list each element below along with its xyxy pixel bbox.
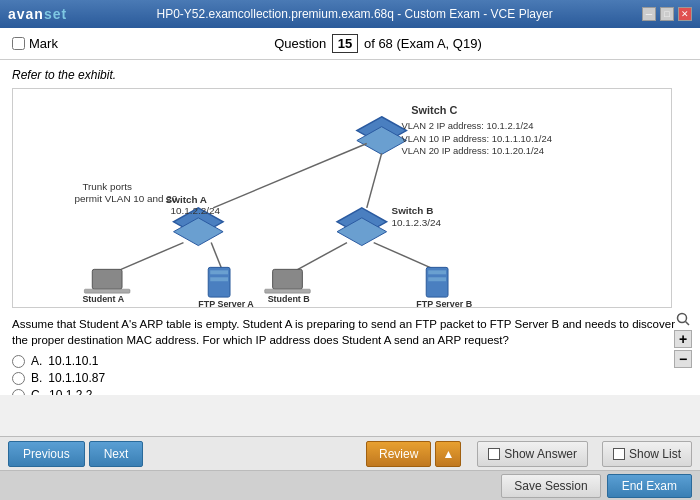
answer-option-a[interactable]: A. 10.1.10.1 [12, 354, 688, 368]
next-button[interactable]: Next [89, 441, 144, 467]
exam-info: (Exam A, Q19) [396, 36, 481, 51]
svg-text:VLAN 2 IP address: 10.1.2.1/24: VLAN 2 IP address: 10.1.2.1/24 [401, 120, 533, 131]
window-title: HP0-Y52.examcollection.premium.exam.68q … [67, 7, 642, 21]
diagram-svg: Switch C VLAN 2 IP address: 10.1.2.1/24 … [13, 89, 671, 307]
svg-text:Switch C: Switch C [411, 104, 457, 116]
end-exam-button[interactable]: End Exam [607, 474, 692, 498]
svg-text:Switch B: Switch B [392, 205, 434, 216]
radio-a[interactable] [12, 355, 25, 368]
show-answer-label: Show Answer [504, 447, 577, 461]
zoom-out-button[interactable]: − [674, 350, 692, 368]
svg-text:VLAN 20 IP address: 10.1.20.1/: VLAN 20 IP address: 10.1.20.1/24 [401, 145, 544, 156]
svg-text:10.1.2.3/24: 10.1.2.3/24 [392, 217, 442, 228]
question-info: Question 15 of 68 (Exam A, Q19) [68, 34, 688, 53]
svg-text:Trunk ports: Trunk ports [82, 181, 132, 192]
answer-c-id: C. [31, 388, 43, 395]
save-session-button[interactable]: Save Session [501, 474, 600, 498]
question-number-badge: 15 [332, 34, 358, 53]
radio-c[interactable] [12, 389, 25, 395]
answer-b-id: B. [31, 371, 42, 385]
search-icon[interactable] [674, 310, 692, 328]
answer-option-c[interactable]: C. 10.1.2.2 [12, 388, 688, 395]
review-arrow-button[interactable]: ▲ [435, 441, 461, 467]
show-list-label: Show List [629, 447, 681, 461]
logo-text2: set [44, 6, 67, 22]
svg-text:10.1.2.2/24: 10.1.2.2/24 [171, 205, 221, 216]
svg-text:Student B: Student B [268, 294, 311, 304]
svg-text:Switch A: Switch A [166, 194, 207, 205]
svg-rect-35 [428, 277, 446, 281]
previous-button[interactable]: Previous [8, 441, 85, 467]
svg-point-41 [678, 314, 687, 323]
svg-text:permit VLAN 10 and 20: permit VLAN 10 and 20 [74, 193, 177, 204]
question-total: of 68 [364, 36, 393, 51]
maximize-button[interactable]: □ [660, 7, 674, 21]
app-logo: avanset [8, 6, 67, 22]
review-button[interactable]: Review [366, 441, 431, 467]
main-content: Refer to the exhibit. Switch C VLAN 2 IP… [0, 60, 700, 395]
zoom-in-button[interactable]: + [674, 330, 692, 348]
answer-option-b[interactable]: B. 10.1.10.87 [12, 371, 688, 385]
show-answer-checkbox [488, 448, 500, 460]
close-button[interactable]: ✕ [678, 7, 692, 21]
mark-label: Mark [29, 36, 58, 51]
answer-a-text: 10.1.10.1 [48, 354, 98, 368]
svg-line-42 [686, 322, 690, 326]
svg-text:FTP Server B: FTP Server B [416, 299, 472, 307]
svg-rect-27 [210, 270, 228, 274]
svg-rect-28 [210, 277, 228, 281]
mark-checkbox-area[interactable]: Mark [12, 36, 58, 51]
show-list-button[interactable]: Show List [602, 441, 692, 467]
zoom-controls: + − [674, 310, 692, 368]
logo-text: avan [8, 6, 44, 22]
refer-text: Refer to the exhibit. [12, 68, 688, 82]
title-bar: avanset HP0-Y52.examcollection.premium.e… [0, 0, 700, 28]
show-list-checkbox [613, 448, 625, 460]
answer-a-id: A. [31, 354, 42, 368]
bottom-toolbar: Previous Next Review ▲ Show Answer Show … [0, 436, 700, 470]
show-answer-button[interactable]: Show Answer [477, 441, 588, 467]
question-label: Question [274, 36, 326, 51]
svg-text:Student A: Student A [82, 294, 124, 304]
svg-rect-34 [428, 270, 446, 274]
svg-rect-23 [92, 269, 122, 289]
answer-c-text: 10.1.2.2 [49, 388, 92, 395]
svg-text:VLAN 10 IP address: 10.1.1.10.: VLAN 10 IP address: 10.1.1.10.1/24 [401, 133, 551, 144]
answer-options: A. 10.1.10.1 B. 10.1.10.87 C. 10.1.2.2 [12, 354, 688, 395]
mark-checkbox-input[interactable] [12, 37, 25, 50]
svg-text:FTP Server A: FTP Server A [198, 299, 254, 307]
radio-b[interactable] [12, 372, 25, 385]
svg-rect-31 [265, 289, 311, 293]
answer-b-text: 10.1.10.87 [48, 371, 105, 385]
svg-rect-30 [273, 269, 303, 289]
window-controls[interactable]: ─ □ ✕ [642, 7, 692, 21]
minimize-button[interactable]: ─ [642, 7, 656, 21]
svg-rect-24 [84, 289, 130, 293]
question-text: Assume that Student A's ARP table is emp… [12, 316, 688, 348]
header-row: Mark Question 15 of 68 (Exam A, Q19) [0, 28, 700, 60]
status-bar: Save Session End Exam [0, 470, 700, 500]
network-diagram: Switch C VLAN 2 IP address: 10.1.2.1/24 … [12, 88, 672, 308]
